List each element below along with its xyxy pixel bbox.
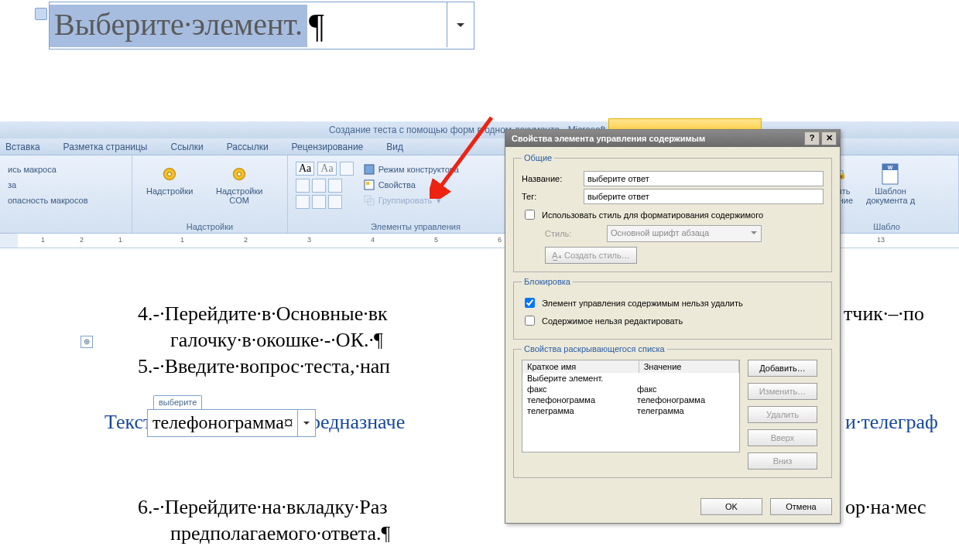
macro-item-3[interactable]: опасность макросов [8,193,124,208]
doc-line-5b: ор·на·мес [845,496,926,519]
lock-delete-label: Элемент управления содержимым нельзя уда… [542,299,743,308]
up-button: Вверх [748,429,817,446]
chevron-down-icon: ▾ [437,196,441,206]
dialog-title-bar[interactable]: Свойства элемента управления содержимым … [505,130,840,147]
dropdown-items-list[interactable]: Краткое имя Значение Выберите элемент. ф… [522,360,740,452]
word-doc-icon: W [879,162,903,186]
chevron-down-icon [303,422,310,425]
chevron-down-icon [457,23,464,27]
col-value-header[interactable]: Значение [639,360,739,373]
lock-edit-checkbox[interactable] [525,316,535,326]
use-style-label: Использовать стиль для форматирования со… [542,210,763,220]
gear-icon [227,162,252,186]
help-button[interactable]: ? [804,131,820,145]
content-control-properties-dialog: Свойства элемента управления содержимым … [505,129,841,524]
tab-mailings[interactable]: Рассылки [224,139,271,155]
dropdown-props-group: Свойства раскрывающегося списка Краткое … [513,344,832,478]
list-item: Выберите элемент. [522,373,739,384]
building-block-control-icon[interactable] [312,195,326,209]
inline-cc-value[interactable]: телефонограмма¤ [147,409,316,437]
svg-text:W: W [887,165,892,170]
svg-point-3 [238,172,241,176]
tab-review[interactable]: Рецензирование [289,139,366,155]
cancel-button[interactable]: Отмена [770,498,832,515]
col-name-header[interactable]: Краткое имя [522,360,639,373]
cc-box[interactable]: Выберите·элемент. ¶ [49,2,474,50]
doc-line-5: 6.-·Перейдите·на·вкладку·Раз [138,496,388,519]
doc-line-4b: и·телеграф [845,411,938,434]
delete-button: Удалить [748,406,817,423]
add-button[interactable]: Добавить… [748,360,817,377]
dropdown-props-legend: Свойства раскрывающегося списка [522,344,667,353]
dropdown-control-icon[interactable] [312,179,326,193]
general-legend: Общие [522,153,554,162]
svg-rect-6 [366,182,369,185]
properties-button[interactable]: Свойства [360,177,462,193]
lock-edit-label: Содержимое нельзя редактировать [542,316,683,326]
dialog-title: Свойства элемента управления содержимым [512,134,705,143]
edit-button: Изменить… [748,383,817,400]
lock-legend: Блокировка [522,277,573,286]
style-label: Стиль: [545,229,607,238]
properties-icon [363,179,375,191]
list-item: телефонограммателефонограмма [522,394,739,405]
date-control-icon[interactable] [328,179,342,193]
style-select: Основной шрифт абзаца [607,225,762,242]
tag-label: Тег: [522,192,584,201]
tab-page-layout[interactable]: Разметка страницы [61,139,150,155]
combo-control-icon[interactable] [296,179,310,193]
rich-text-control-icon[interactable]: Aa [296,162,314,176]
group-button[interactable]: Группировать ▾ [360,193,462,208]
inline-cc-dropdown-button[interactable] [297,410,315,436]
tag-input[interactable] [584,189,824,204]
doc-line-3: 5.-·Введите·вопрос·теста,·нап [138,355,390,378]
name-label: Название: [522,174,584,183]
new-style-button: A̲₄Создать стиль… [545,247,637,264]
svg-point-1 [168,172,172,176]
general-group: Общие Название: Тег: Использовать стиль … [513,153,832,272]
picture-control-icon[interactable] [340,162,354,176]
ribbon-group-addins: Надстройки Надстройки COM Надстройки [132,155,288,233]
ok-button[interactable]: OK [700,498,762,515]
macro-item-1[interactable]: ись макроса [8,162,124,177]
group-icon [363,194,375,207]
ribbon-group-label: Надстройки [132,222,287,231]
lock-delete-checkbox[interactable] [525,298,535,308]
document-template-button[interactable]: W Шаблондокумента д [861,160,920,207]
pilcrow-icon: ¶ [309,6,324,46]
anchor-icon: ⊕ [80,336,93,348]
addins-button[interactable]: Надстройки [142,160,197,197]
use-style-checkbox[interactable] [525,210,535,220]
cc-drag-handle-icon[interactable] [35,8,47,20]
name-input[interactable] [584,171,824,186]
list-item: факсфакс [522,384,739,394]
com-addins-button[interactable]: Надстройки COM [200,160,278,207]
checkbox-control-icon[interactable] [328,195,342,209]
down-button: Вниз [748,452,817,470]
lock-group: Блокировка Элемент управления содержимым… [513,277,832,340]
list-item: телеграммателеграмма [522,405,739,416]
design-mode-icon [363,163,375,176]
doc-line-1: 4.-·Перейдите·в·Основные·вк [138,302,388,326]
ribbon-group-macros: ись макроса за опасность макросов [0,155,132,233]
gear-icon [157,162,182,186]
cc-dropdown-button[interactable] [447,2,474,47]
tab-insert[interactable]: Вставка [3,139,43,155]
inline-cc-title[interactable]: выберите ответ [153,395,202,410]
doc-line-1b: тчик·–·по [844,302,924,326]
doc-line-2: галочку·в·окошке·-·ОК.·¶ [170,329,383,352]
plain-text-control-icon[interactable]: Aa [317,162,336,176]
svg-rect-4 [365,165,374,174]
design-mode-button[interactable]: Режим конструктора [360,162,462,177]
macro-item-2[interactable]: за [8,177,124,193]
close-button[interactable]: ✕ [821,131,837,145]
cc-placeholder-text: Выберите·элемент. [50,5,307,47]
tab-references[interactable]: Ссылки [168,139,205,155]
doc-line-6: предполагаемого·ответа.¶ [170,522,390,545]
legacy-tools-icon[interactable] [296,195,310,209]
tab-view[interactable]: Вид [384,139,406,155]
